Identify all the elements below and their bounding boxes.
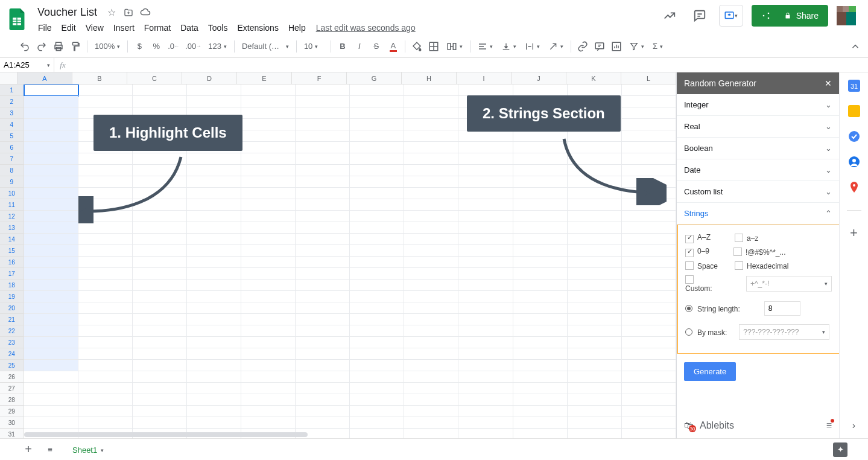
- cell[interactable]: [78, 348, 133, 360]
- cell[interactable]: [133, 337, 187, 348]
- cell[interactable]: [622, 394, 676, 406]
- cell[interactable]: [458, 142, 513, 153]
- cell[interactable]: [513, 360, 568, 371]
- format-currency-button[interactable]: $: [131, 39, 147, 54]
- paint-format-button[interactable]: [68, 39, 83, 54]
- section-strings[interactable]: Strings⌃: [677, 203, 839, 225]
- cell[interactable]: [78, 222, 133, 234]
- cell[interactable]: [513, 383, 568, 394]
- cell[interactable]: [458, 85, 513, 96]
- row-header[interactable]: 9: [0, 176, 24, 188]
- sheet-tab-1[interactable]: Sheet1▾: [64, 439, 112, 460]
- cell[interactable]: [622, 360, 676, 371]
- cell[interactable]: [241, 176, 296, 188]
- cell[interactable]: [350, 257, 404, 268]
- cell[interactable]: [296, 130, 350, 142]
- cell[interactable]: [458, 130, 513, 142]
- cell[interactable]: [513, 280, 568, 291]
- cell[interactable]: [296, 245, 350, 257]
- row-header[interactable]: 7: [0, 153, 24, 165]
- cell[interactable]: [296, 314, 350, 325]
- cell[interactable]: [622, 325, 676, 337]
- cell[interactable]: [187, 302, 241, 314]
- trend-icon[interactable]: [659, 5, 680, 27]
- cell[interactable]: [350, 268, 404, 280]
- cell[interactable]: [187, 314, 241, 325]
- cell[interactable]: [458, 280, 513, 291]
- cell[interactable]: [404, 394, 458, 406]
- name-box[interactable]: A1:A25▾: [0, 58, 54, 72]
- cell[interactable]: [78, 394, 133, 406]
- cell[interactable]: [622, 107, 676, 119]
- row-header[interactable]: 14: [0, 234, 24, 245]
- bold-button[interactable]: B: [335, 39, 350, 54]
- cell[interactable]: [296, 234, 350, 245]
- cell[interactable]: [24, 314, 78, 325]
- cell[interactable]: [133, 360, 187, 371]
- cell[interactable]: [187, 245, 241, 257]
- cell[interactable]: [187, 96, 241, 107]
- cell[interactable]: [78, 85, 133, 96]
- cell[interactable]: [404, 245, 458, 257]
- col-header-E[interactable]: E: [237, 72, 292, 84]
- menu-view[interactable]: View: [81, 21, 108, 35]
- cell[interactable]: [241, 211, 296, 222]
- cell[interactable]: [622, 291, 676, 302]
- cell[interactable]: [133, 325, 187, 337]
- cell[interactable]: [24, 234, 78, 245]
- cell[interactable]: [24, 291, 78, 302]
- collapse-toolbar-button[interactable]: [847, 39, 863, 54]
- wrap-button[interactable]: ▾: [521, 39, 543, 54]
- cell[interactable]: [622, 222, 676, 234]
- col-header-C[interactable]: C: [127, 72, 182, 84]
- cell[interactable]: [568, 85, 622, 96]
- row-header[interactable]: 23: [0, 337, 24, 348]
- row-header[interactable]: 24: [0, 348, 24, 360]
- row-header[interactable]: 15: [0, 245, 24, 257]
- cell[interactable]: [404, 107, 458, 119]
- cell[interactable]: [24, 268, 78, 280]
- menu-tools[interactable]: Tools: [204, 21, 232, 35]
- tasks-app-icon[interactable]: [848, 130, 860, 145]
- cell[interactable]: [350, 406, 404, 417]
- col-header-G[interactable]: G: [347, 72, 402, 84]
- cell[interactable]: [24, 302, 78, 314]
- move-icon[interactable]: [122, 6, 135, 18]
- cell[interactable]: [568, 234, 622, 245]
- cell[interactable]: [458, 314, 513, 325]
- cell[interactable]: [187, 417, 241, 429]
- cell[interactable]: [350, 165, 404, 176]
- cell[interactable]: [296, 302, 350, 314]
- chk-space[interactable]: Space: [685, 260, 718, 270]
- cell[interactable]: [187, 360, 241, 371]
- cell[interactable]: [350, 107, 404, 119]
- zoom-select[interactable]: 100%▾: [91, 39, 124, 54]
- cell[interactable]: [404, 406, 458, 417]
- close-sidebar-icon[interactable]: ✕: [825, 78, 832, 88]
- cell[interactable]: [241, 417, 296, 429]
- cell[interactable]: [404, 325, 458, 337]
- cell[interactable]: [350, 188, 404, 199]
- cell[interactable]: [350, 130, 404, 142]
- row-header[interactable]: 18: [0, 280, 24, 291]
- cell[interactable]: [404, 165, 458, 176]
- cell[interactable]: [404, 417, 458, 429]
- cell[interactable]: [350, 348, 404, 360]
- cell[interactable]: [350, 176, 404, 188]
- cell[interactable]: [187, 371, 241, 383]
- cell[interactable]: [350, 85, 404, 96]
- cell[interactable]: [24, 371, 78, 383]
- cell[interactable]: [133, 257, 187, 268]
- cell[interactable]: [187, 280, 241, 291]
- cell[interactable]: [24, 406, 78, 417]
- cell[interactable]: [241, 188, 296, 199]
- cell[interactable]: [241, 348, 296, 360]
- cell[interactable]: [78, 302, 133, 314]
- section-boolean[interactable]: Boolean⌄: [677, 138, 839, 159]
- spreadsheet-grid[interactable]: ABCDEFGHIJKL 123456789101112131415161718…: [0, 72, 676, 438]
- row-header[interactable]: 13: [0, 222, 24, 234]
- cell[interactable]: [241, 222, 296, 234]
- cell[interactable]: [458, 337, 513, 348]
- cell[interactable]: [241, 119, 296, 130]
- chk-custom[interactable]: Custom:: [685, 274, 722, 293]
